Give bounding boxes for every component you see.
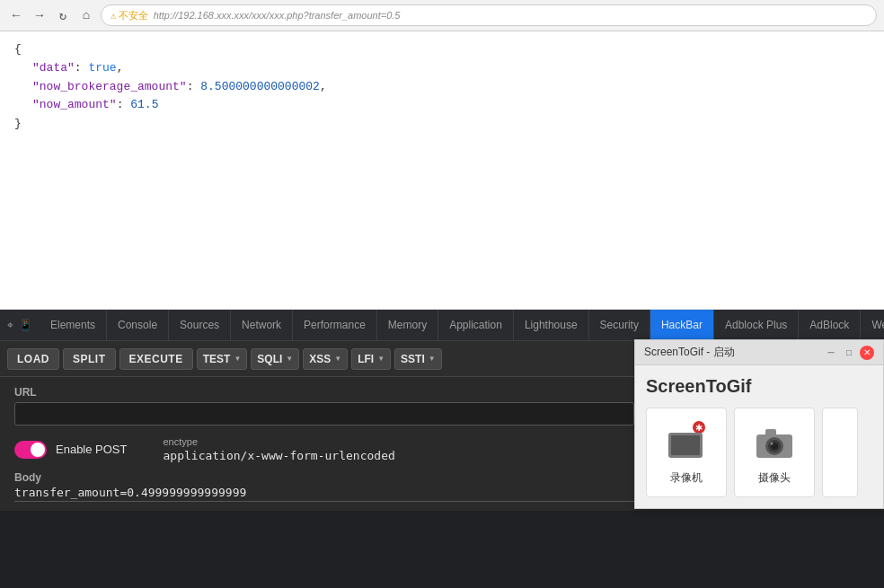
tab-we[interactable]: We xyxy=(861,310,884,340)
svg-point-9 xyxy=(771,442,774,444)
enctype-label: enctype xyxy=(164,436,395,447)
back-button[interactable]: ← xyxy=(7,6,25,24)
tab-hackbar[interactable]: HackBar xyxy=(650,310,714,340)
svg-rect-3 xyxy=(671,435,700,455)
xss-dropdown[interactable]: XSS xyxy=(303,348,348,370)
tab-console[interactable]: Console xyxy=(107,310,169,340)
tab-network-label: Network xyxy=(242,319,281,331)
tab-we-label: We xyxy=(871,319,884,331)
tab-elements[interactable]: Elements xyxy=(40,310,107,340)
tab-sources[interactable]: Sources xyxy=(169,310,231,340)
json-amount-key: "now_amount" xyxy=(32,98,117,111)
tab-lighthouse[interactable]: Lighthouse xyxy=(514,310,589,340)
camera-icon xyxy=(753,420,796,463)
third-option[interactable] xyxy=(822,408,858,497)
json-brokerage-key: "now_brokerage_amount" xyxy=(32,80,187,93)
enable-post-label: Enable POST xyxy=(56,443,128,456)
json-data-line: "data": true, xyxy=(14,59,870,78)
third-option-icon xyxy=(822,431,858,474)
screentogif-heading: ScreenToGif xyxy=(646,376,872,397)
json-data-key: "data" xyxy=(32,61,75,75)
enctype-section: enctype application/x-www-form-urlencode… xyxy=(164,436,395,462)
device-icon[interactable]: 📱 xyxy=(19,319,32,331)
lfi-dropdown-label: LFI xyxy=(358,353,374,365)
svg-rect-5 xyxy=(765,429,776,436)
sqli-dropdown-label: SQLI xyxy=(257,353,282,365)
url-input[interactable] xyxy=(14,402,634,426)
devtools-icon-buttons: ⌖ 📱 xyxy=(0,310,40,340)
video-recorder-icon: ✱ xyxy=(665,420,708,463)
xss-dropdown-label: XSS xyxy=(309,353,331,365)
tab-network[interactable]: Network xyxy=(231,310,293,340)
tab-security-label: Security xyxy=(600,319,639,331)
tab-memory-label: Memory xyxy=(388,319,427,331)
camera-icon-svg xyxy=(753,420,796,463)
tab-security[interactable]: Security xyxy=(589,310,650,340)
json-brokerage-value: 8.500000000000002 xyxy=(200,80,320,93)
inspect-icon[interactable]: ⌖ xyxy=(7,319,13,331)
tab-performance-label: Performance xyxy=(304,319,366,331)
tab-adblock-label: AdBlock xyxy=(809,319,849,331)
json-brokerage-line: "now_brokerage_amount": 8.50000000000000… xyxy=(14,78,870,97)
address-bar[interactable]: ⚠ 不安全 http://192.168.xxx.xxx/xxx/xxx.php… xyxy=(101,4,877,26)
ssti-dropdown-label: SSTI xyxy=(401,353,425,365)
tab-lighthouse-label: Lighthouse xyxy=(525,319,578,331)
screentogif-options: ✱ 录像机 xyxy=(646,408,872,497)
maximize-button[interactable]: □ xyxy=(842,346,856,360)
camera-label: 摄像头 xyxy=(758,470,791,486)
screentogif-titlebar: ScreenToGif - 启动 ─ □ ✕ xyxy=(635,340,883,365)
tab-console-label: Console xyxy=(118,319,157,331)
url-display: http://192.168.xxx.xxx/xxx/xxx.php?trans… xyxy=(154,10,401,21)
close-button[interactable]: ✕ xyxy=(860,346,874,360)
tab-adblock-plus-label: Adblock Plus xyxy=(725,319,787,331)
tab-hackbar-label: HackBar xyxy=(661,319,703,331)
enable-post-toggle[interactable] xyxy=(14,441,47,459)
screentogif-window: ScreenToGif - 启动 ─ □ ✕ ScreenToGif ✱ xyxy=(634,339,884,509)
forward-button[interactable]: → xyxy=(31,6,49,24)
json-data-value: true xyxy=(88,61,116,75)
lfi-dropdown[interactable]: LFI xyxy=(351,348,391,370)
video-recorder-label: 录像机 xyxy=(670,470,703,486)
enable-post-container: Enable POST xyxy=(14,441,128,459)
json-content-area: { "data": true, "now_brokerage_amount": … xyxy=(0,31,884,310)
security-warning: ⚠ 不安全 xyxy=(110,9,148,22)
test-dropdown-label: TEST xyxy=(203,353,231,365)
tab-application[interactable]: Application xyxy=(438,310,514,340)
json-close-brace: } xyxy=(14,115,870,134)
tab-adblock-plus[interactable]: Adblock Plus xyxy=(714,310,799,340)
tab-sources-label: Sources xyxy=(180,319,219,331)
ssti-dropdown[interactable]: SSTI xyxy=(394,348,442,370)
json-open-brace: { xyxy=(14,40,870,59)
tab-application-label: Application xyxy=(449,319,502,331)
browser-chrome: ← → ↻ ⌂ ⚠ 不安全 http://192.168.xxx.xxx/xxx… xyxy=(0,0,884,31)
camera-option[interactable]: 摄像头 xyxy=(734,408,815,497)
video-icon-svg: ✱ xyxy=(665,420,708,463)
tab-adblock[interactable]: AdBlock xyxy=(799,310,861,340)
tab-elements-label: Elements xyxy=(50,319,95,331)
execute-button[interactable]: EXECUTE xyxy=(119,348,193,370)
json-amount-value: 61.5 xyxy=(130,98,158,111)
security-warning-text: 不安全 xyxy=(119,9,148,22)
test-dropdown[interactable]: TEST xyxy=(197,348,248,370)
tab-performance[interactable]: Performance xyxy=(293,310,377,340)
devtools-tabs-bar: ⌖ 📱 Elements Console Sources Network Per… xyxy=(0,310,884,341)
refresh-button[interactable]: ↻ xyxy=(54,6,72,24)
split-button[interactable]: SPLIT xyxy=(63,348,116,370)
enctype-value: application/x-www-form-urlencoded xyxy=(164,449,395,462)
screentogif-body: ScreenToGif ✱ 录像机 xyxy=(635,365,883,508)
home-button[interactable]: ⌂ xyxy=(77,6,95,24)
tab-memory[interactable]: Memory xyxy=(377,310,438,340)
screentogif-title: ScreenToGif - 启动 xyxy=(644,345,824,360)
window-controls: ─ □ ✕ xyxy=(824,346,874,360)
json-amount-line: "now_amount": 61.5 xyxy=(14,96,870,115)
load-button[interactable]: LOAD xyxy=(7,348,59,370)
sqli-dropdown[interactable]: SQLI xyxy=(251,348,299,370)
video-recorder-option[interactable]: ✱ 录像机 xyxy=(646,408,727,497)
minimize-button[interactable]: ─ xyxy=(824,346,838,360)
svg-text:✱: ✱ xyxy=(695,423,703,433)
